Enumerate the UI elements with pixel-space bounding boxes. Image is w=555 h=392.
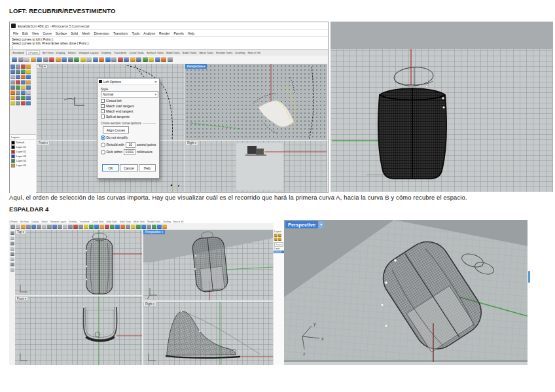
- toolbar-tab[interactable]: SubD Tools: [183, 51, 197, 54]
- toolbar-tab[interactable]: Solid Tools: [106, 221, 116, 223]
- toolbar-tab[interactable]: CPlanes: [9, 221, 18, 223]
- tool-icon[interactable]: [26, 90, 31, 95]
- tool-icon[interactable]: [26, 85, 31, 90]
- control-point[interactable]: [86, 266, 88, 268]
- menu-item[interactable]: Render: [159, 31, 170, 35]
- checkbox-icon[interactable]: [101, 99, 105, 103]
- tool-icon[interactable]: [10, 101, 15, 105]
- toolbar-icon[interactable]: [43, 57, 48, 62]
- toolbar-icon[interactable]: [130, 57, 135, 62]
- toolbar-icon[interactable]: [18, 57, 24, 62]
- toolbar-tab[interactable]: Standard: [12, 51, 24, 54]
- tool-icon[interactable]: [26, 96, 31, 100]
- radio-icon[interactable]: [101, 135, 105, 140]
- toolbar-icon[interactable]: [168, 57, 173, 62]
- toolbar-tab[interactable]: Viewport Layout: [79, 51, 99, 54]
- menu-item[interactable]: Transform: [113, 31, 128, 35]
- checkbox-closed-loft[interactable]: Closed loft: [101, 99, 122, 103]
- tool-icon[interactable]: [26, 75, 31, 79]
- toolbar-tab[interactable]: Transform: [79, 221, 89, 223]
- toolbar-tab[interactable]: Curve Tools: [92, 221, 104, 223]
- toolbar-icon[interactable]: [149, 57, 154, 62]
- control-point[interactable]: [181, 311, 182, 312]
- selected-layer-row[interactable]: Default: [274, 251, 284, 253]
- toolbar-tab[interactable]: Transform: [114, 51, 126, 54]
- radio-icon[interactable]: [101, 150, 105, 154]
- toolbar-icon[interactable]: [105, 224, 109, 229]
- toolbar-icon[interactable]: [118, 57, 123, 62]
- toolbar-icon[interactable]: [73, 224, 78, 229]
- tool-icon[interactable]: [10, 64, 15, 69]
- toolbar-icon[interactable]: [110, 224, 115, 229]
- tool-icon[interactable]: [26, 64, 31, 69]
- toolbar-icon[interactable]: [84, 224, 88, 229]
- viewport-top[interactable]: Top ▾: [15, 230, 142, 295]
- menu-item[interactable]: Panels: [174, 31, 184, 35]
- checkbox-match-start-tangent[interactable]: Match start tangent: [101, 104, 134, 108]
- viewport-right-label[interactable]: Right ▾: [185, 141, 198, 145]
- checkbox-match-end-tangent[interactable]: Match end tangent: [101, 109, 133, 113]
- radio-refit-within[interactable]: Refit within 0.001 millimeters: [101, 149, 152, 155]
- viewport-top-label[interactable]: Top ▾: [37, 64, 48, 69]
- toolbar-tab[interactable]: Select: [68, 51, 76, 54]
- tool-icon[interactable]: [10, 268, 14, 272]
- layer-row[interactable]: Layer 02: [10, 149, 36, 154]
- curve-bracket[interactable]: [75, 97, 84, 105]
- toolbar-icon[interactable]: [143, 57, 148, 62]
- layers-panel-icons[interactable]: [274, 233, 284, 241]
- menu-item[interactable]: View: [32, 31, 39, 35]
- close-icon[interactable]: ✕: [154, 80, 159, 84]
- menu-item[interactable]: Analyze: [143, 31, 155, 35]
- tool-icon[interactable]: [21, 85, 26, 90]
- toolbar-icon[interactable]: [49, 57, 54, 62]
- toolbar-icon[interactable]: [21, 224, 26, 229]
- tool-icon[interactable]: [21, 69, 26, 74]
- menu-item[interactable]: Tools: [132, 31, 140, 35]
- toolbar-icon[interactable]: [126, 224, 130, 229]
- viewport-front-label[interactable]: Front ▾: [15, 296, 28, 301]
- tool-icon[interactable]: [21, 80, 26, 84]
- tool-icon[interactable]: [16, 69, 20, 74]
- toolbar-icon[interactable]: [62, 57, 67, 62]
- dialog-title-bar[interactable]: Loft Options ✕: [98, 79, 159, 85]
- toolbar-icon[interactable]: [74, 57, 79, 62]
- chevron-down-icon[interactable]: ▾: [319, 221, 323, 228]
- checkbox-split-at-tangents[interactable]: Split at tangents: [101, 115, 130, 118]
- viewport-perspective[interactable]: Perspective ▾: [143, 230, 273, 300]
- tool-icon[interactable]: [26, 80, 31, 84]
- toolbar-icon[interactable]: [68, 224, 73, 229]
- checkbox-icon[interactable]: [101, 115, 105, 118]
- toolbar-icon[interactable]: [86, 57, 92, 62]
- viewport-right[interactable]: Right ▾: [185, 141, 327, 192]
- object-silhouette[interactable]: [247, 146, 257, 154]
- menu-item[interactable]: Mesh: [82, 31, 90, 35]
- toolbar-tab[interactable]: New in V6: [247, 51, 260, 54]
- toolbar-icon[interactable]: [81, 57, 86, 62]
- menu-item[interactable]: Edit: [22, 31, 28, 35]
- rebuild-count-input[interactable]: 10: [126, 142, 135, 148]
- radio-do-not-simplify[interactable]: Do not simplify: [101, 135, 128, 140]
- tool-icon[interactable]: [21, 96, 26, 100]
- viewport-right-label[interactable]: Right ▾: [143, 302, 156, 306]
- tool-icon[interactable]: [26, 101, 31, 105]
- toolbar-icon[interactable]: [115, 224, 120, 229]
- toolbar-tab[interactable]: Solid Tools: [166, 51, 180, 54]
- tool-icon[interactable]: [26, 69, 31, 74]
- align-curves-button[interactable]: Align Curves: [103, 126, 129, 134]
- toolbar-tab[interactable]: Set View: [43, 51, 54, 54]
- control-point[interactable]: [86, 279, 88, 281]
- layer-color-swatch[interactable]: [11, 141, 15, 145]
- viewport-perspective-label[interactable]: Perspective ▾: [185, 64, 207, 69]
- tool-icon[interactable]: [10, 252, 14, 256]
- layer-row[interactable]: Layer 05: [10, 163, 36, 168]
- tool-icon[interactable]: [16, 75, 20, 79]
- loft-preview-surface[interactable]: [259, 101, 294, 127]
- toolbar-icon[interactable]: [99, 57, 104, 62]
- toolbar-icon[interactable]: [111, 57, 116, 62]
- radio-rebuild-with[interactable]: Rebuild with 10 control points: [101, 142, 156, 148]
- toolbar-icon[interactable]: [120, 224, 125, 229]
- menu-item[interactable]: Help: [188, 31, 194, 35]
- toolbar-icon[interactable]: [42, 224, 46, 229]
- tool-icon[interactable]: [10, 247, 14, 251]
- tool-icon[interactable]: [21, 90, 26, 95]
